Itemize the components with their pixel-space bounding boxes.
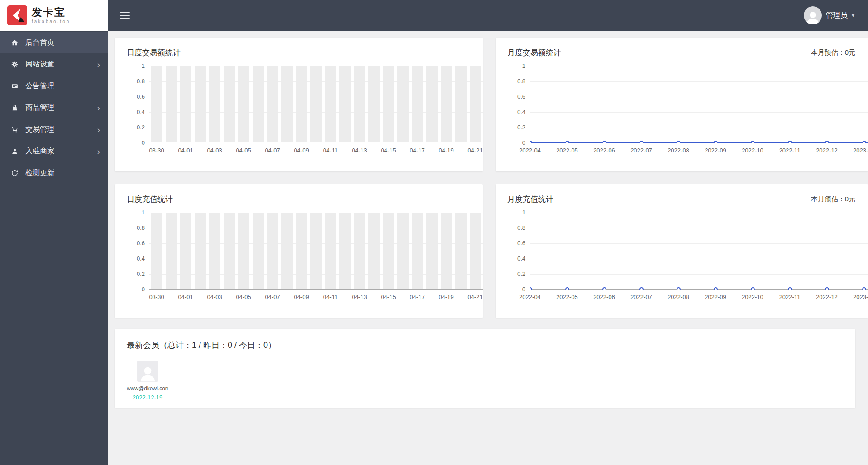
app-root: 发卡宝 fakabao.top 后台首页 网站设置 › 公告管理 商品管理 › xyxy=(0,0,868,465)
y-tick-label: 0.6 xyxy=(496,93,525,100)
bar-stripe xyxy=(354,213,365,289)
user-avatar xyxy=(804,6,822,24)
grid-line xyxy=(530,243,868,244)
sidebar-item-trades[interactable]: 交易管理 › xyxy=(0,119,108,140)
data-point xyxy=(677,287,681,290)
y-tick-label: 0.4 xyxy=(496,109,525,116)
x-tick-label: 2022-04 xyxy=(512,147,548,154)
y-tick-label: 0 xyxy=(496,286,525,293)
grid-line xyxy=(530,274,868,275)
sidebar: 发卡宝 fakabao.top 后台首页 网站设置 › 公告管理 商品管理 › xyxy=(0,0,108,465)
x-axis-inner: 2022-042022-052022-062022-072022-082022-… xyxy=(530,146,868,155)
daily-trade-card: 日度交易额统计 00.20.40.60.8103-3004-0104-0304-… xyxy=(115,38,483,171)
bar-stripe xyxy=(441,66,452,142)
card-title: 月度充值统计 xyxy=(507,194,553,204)
bar-stripe xyxy=(310,66,322,142)
bar-stripe xyxy=(209,66,220,142)
x-tick-label: 04-21 xyxy=(457,147,483,154)
sidebar-item-site-settings[interactable]: 网站设置 › xyxy=(0,53,108,75)
bar-stripe xyxy=(296,213,307,289)
y-tick-label: 0 xyxy=(115,139,145,147)
card-title: 月度交易额统计 xyxy=(507,47,561,58)
bar-stripe xyxy=(253,66,264,142)
bar-stripe xyxy=(470,66,481,142)
sidebar-item-label: 检测更新 xyxy=(25,168,100,178)
user-name: 管理员 xyxy=(826,11,848,20)
data-point xyxy=(565,141,569,144)
refresh-icon xyxy=(10,169,19,177)
member-list-item[interactable]: www@dkewl.com 2022-12-19 xyxy=(127,361,168,401)
plot-area xyxy=(149,213,483,290)
menu-toggle-button[interactable] xyxy=(120,12,130,19)
grid-line xyxy=(530,112,868,113)
y-tick-label: 0.8 xyxy=(496,224,525,232)
main-area: 管理员 ▾ 日度交易额统计 00.20.40.60.8103-3004-0104… xyxy=(108,0,868,465)
y-tick-label: 0.4 xyxy=(115,109,145,116)
brand-logo[interactable]: 发卡宝 fakabao.top xyxy=(0,0,108,31)
member-email: www@dkewl.com xyxy=(127,385,168,392)
x-axis-inner: 03-3004-0104-0304-0504-0704-0904-1104-13… xyxy=(149,293,483,302)
bar-stripe xyxy=(224,66,235,142)
plot-area xyxy=(530,213,868,290)
bar-stripe xyxy=(166,66,177,142)
bar-stripe xyxy=(339,213,351,289)
bar-stripe xyxy=(267,213,278,289)
plot-area xyxy=(530,66,868,143)
x-tick-label: 2023-01 xyxy=(846,147,868,154)
user-menu[interactable]: 管理员 ▾ xyxy=(804,6,854,24)
bar-stripe xyxy=(195,213,206,289)
bar-stripe xyxy=(151,213,162,289)
sidebar-item-label: 商品管理 xyxy=(25,103,97,113)
x-axis-labels: 03-3004-0104-0304-0504-0704-0904-1104-13… xyxy=(115,293,483,302)
bar-stripe xyxy=(238,66,249,142)
data-point xyxy=(677,141,681,144)
grid-line xyxy=(530,228,868,228)
bar-stripe xyxy=(281,66,293,142)
sidebar-item-check-update[interactable]: 检测更新 xyxy=(0,162,108,184)
y-tick-label: 0.8 xyxy=(115,78,145,85)
plot-area xyxy=(149,66,483,143)
card-header: 月度交易额统计 本月预估：0元 xyxy=(496,38,868,58)
grid-line xyxy=(530,66,868,66)
data-point xyxy=(639,287,644,290)
bar-stripe xyxy=(296,66,307,142)
y-tick-label: 0.6 xyxy=(496,240,525,247)
sidebar-item-merchants[interactable]: 入驻商家 › xyxy=(0,140,108,162)
data-point xyxy=(788,141,792,144)
bar-stripe xyxy=(209,213,220,289)
x-tick-label: 2022-10 xyxy=(734,147,771,154)
bar-stripe xyxy=(267,66,278,142)
x-axis-inner: 2022-042022-052022-062022-072022-082022-… xyxy=(530,293,868,302)
data-point xyxy=(862,141,866,144)
bar-stripe xyxy=(224,213,235,289)
announcement-icon xyxy=(10,82,19,90)
y-tick-label: 1 xyxy=(115,209,145,216)
data-point xyxy=(714,141,718,144)
y-tick-label: 0.2 xyxy=(496,124,525,131)
bar-stripe xyxy=(238,213,249,289)
bar-stripe xyxy=(426,66,438,142)
sidebar-item-products[interactable]: 商品管理 › xyxy=(0,97,108,119)
daily-recharge-chart: 00.20.40.60.8103-3004-0104-0304-0504-070… xyxy=(115,207,483,304)
x-axis-labels: 2022-042022-052022-062022-072022-082022-… xyxy=(496,293,868,302)
charts-grid: 日度交易额统计 00.20.40.60.8103-3004-0104-0304-… xyxy=(115,38,868,318)
bar-stripe xyxy=(195,66,206,142)
x-tick-label: 2022-12 xyxy=(809,294,845,300)
bar-stripe xyxy=(339,66,351,142)
sidebar-item-label: 网站设置 xyxy=(25,60,97,69)
sidebar-item-label: 后台首页 xyxy=(25,38,100,47)
data-point xyxy=(639,141,644,144)
brand-logo-icon xyxy=(7,5,27,25)
x-tick-label: 2022-06 xyxy=(586,294,622,300)
sidebar-item-announcements[interactable]: 公告管理 xyxy=(0,75,108,97)
series-line xyxy=(530,142,868,143)
y-tick-label: 1 xyxy=(496,62,525,70)
y-tick-label: 0.2 xyxy=(115,124,145,131)
sidebar-item-dashboard[interactable]: 后台首页 xyxy=(0,32,108,53)
x-tick-label: 2022-11 xyxy=(772,147,808,154)
data-point xyxy=(862,287,866,290)
bar-stripe xyxy=(253,213,264,289)
monthly-trade-chart: 00.20.40.60.812022-042022-052022-062022-… xyxy=(496,61,868,157)
monthly-recharge-card: 月度充值统计 本月预估：0元 00.20.40.60.812022-042022… xyxy=(496,184,868,318)
grid-line xyxy=(530,97,868,97)
